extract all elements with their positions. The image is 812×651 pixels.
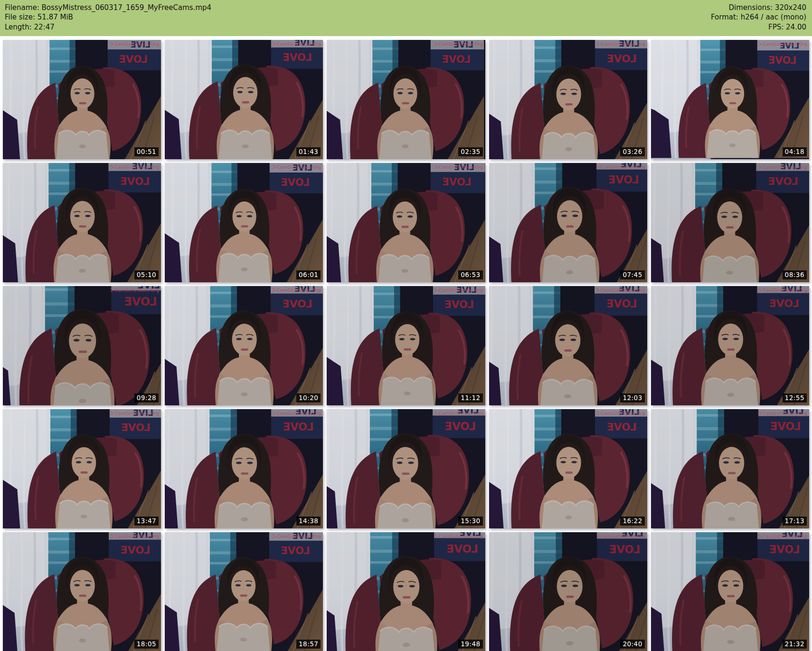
- timestamp-badge: 18:05: [134, 640, 159, 649]
- watermark-text: Ɔ-CamGirlVideos.Org: [758, 411, 807, 416]
- thumbnail-scene: LIVE LOVE: [165, 532, 323, 651]
- exposure-overlay: [327, 163, 485, 282]
- format-label: Format:: [711, 13, 738, 21]
- timestamp-badge: 00:51: [134, 147, 159, 156]
- filename-line: Filename: BossyMistress_060317_1659_MyFr…: [5, 3, 211, 12]
- video-thumbnail: LIVE LOVE: [3, 40, 161, 159]
- timestamp-badge: 14:38: [296, 517, 321, 526]
- exposure-overlay: [327, 40, 485, 159]
- timestamp-badge: 17:13: [783, 517, 807, 526]
- thumbnail-scene: LIVE LOVE: [327, 163, 485, 282]
- timestamp-badge: 05:10: [134, 270, 159, 279]
- dimensions-line: Dimensions: 320x240: [711, 3, 806, 12]
- watermark-text: Ɔ-CamGirlVideos.Org: [596, 411, 645, 416]
- timestamp-badge: 02:35: [458, 147, 482, 156]
- video-thumbnail: LIVE LOVE: [3, 532, 161, 651]
- video-thumbnail: LIVE LOVE: [327, 409, 485, 528]
- timestamp-badge: 19:48: [458, 640, 482, 649]
- thumbnail-scene: LIVE LOVE: [651, 532, 809, 651]
- watermark-text: Ɔ-CamGirlVideos.Org: [758, 287, 807, 293]
- watermark-text: Ɔ-CamGirlVideos.Org: [272, 534, 321, 539]
- thumbnail-scene: LIVE LOVE: [327, 409, 485, 528]
- filesize-line: File size: 51.87 MiB: [5, 12, 211, 22]
- video-thumbnail: LIVE LOVE: [327, 40, 485, 159]
- video-thumbnail: LIVE LOVE: [651, 163, 809, 282]
- exposure-overlay: [165, 286, 323, 405]
- thumbnail-scene: LIVE LOVE: [3, 409, 161, 528]
- watermark-text: Ɔ-CamGirlVideos.Org: [758, 41, 807, 47]
- exposure-overlay: [651, 286, 809, 405]
- thumbnail-scene: LIVE LOVE: [489, 286, 647, 405]
- timestamp-badge: 13:47: [134, 517, 159, 526]
- watermark-text: Ɔ-CamGirlVideos.Org: [110, 287, 159, 293]
- exposure-overlay: [651, 40, 809, 159]
- video-thumbnail: LIVE LOVE: [651, 40, 809, 159]
- exposure-overlay: [327, 286, 485, 405]
- video-thumbnail: LIVE LOVE: [165, 286, 323, 405]
- exposure-overlay: [489, 532, 647, 651]
- exposure-overlay: [489, 163, 647, 282]
- video-thumbnail: LIVE LOVE: [327, 286, 485, 405]
- timestamp-badge: 18:57: [296, 640, 321, 649]
- timestamp-badge: 16:22: [620, 517, 644, 526]
- timestamp-badge: 15:30: [458, 517, 482, 526]
- video-thumbnail: LIVE LOVE: [489, 409, 647, 528]
- watermark-text: Ɔ-CamGirlVideos.Org: [272, 41, 321, 47]
- exposure-overlay: [165, 409, 323, 528]
- thumbnail-scene: LIVE LOVE: [165, 286, 323, 405]
- watermark-text: Ɔ-CamGirlVideos.Org: [434, 41, 483, 47]
- timestamp-badge: 06:53: [458, 270, 482, 279]
- thumbnail-scene: LIVE LOVE: [3, 532, 161, 651]
- thumbnail-scene: LIVE LOVE: [327, 40, 485, 159]
- video-thumbnail: LIVE LOVE: [327, 532, 485, 651]
- timestamp-badge: 12:55: [783, 393, 807, 402]
- filename-value: BossyMistress_060317_1659_MyFreeCams.mp4: [41, 3, 211, 12]
- file-info-right: Dimensions: 320x240 Format: h264 / aac (…: [711, 3, 806, 32]
- timestamp-badge: 04:18: [783, 147, 807, 156]
- format-value: h264 / aac (mono): [741, 13, 806, 21]
- timestamp-badge: 10:20: [296, 393, 321, 402]
- exposure-overlay: [651, 532, 809, 651]
- watermark-text: Ɔ-CamGirlVideos.Org: [110, 411, 159, 416]
- thumbnail-scene: LIVE LOVE: [327, 532, 485, 651]
- exposure-overlay: [489, 409, 647, 528]
- watermark-text: Ɔ-CamGirlVideos.Org: [110, 164, 159, 170]
- exposure-overlay: [3, 40, 161, 159]
- thumbnail-scene: LIVE LOVE: [651, 409, 809, 528]
- video-thumbnail: LIVE LOVE: [165, 40, 323, 159]
- watermark-text: Ɔ-CamGirlVideos.Org: [596, 534, 645, 539]
- file-info-left: Filename: BossyMistress_060317_1659_MyFr…: [5, 3, 211, 32]
- video-thumbnail: LIVE LOVE: [3, 163, 161, 282]
- watermark-text: Ɔ-CamGirlVideos.Org: [434, 534, 483, 539]
- thumbnail-scene: LIVE LOVE: [3, 163, 161, 282]
- video-thumbnail: LIVE LOVE: [327, 163, 485, 282]
- format-line: Format: h264 / aac (mono): [711, 12, 806, 22]
- length-label: Length:: [5, 23, 32, 31]
- watermark-text: Ɔ-CamGirlVideos.Org: [596, 41, 645, 47]
- video-thumbnail: LIVE LOVE: [651, 286, 809, 405]
- timestamp-badge: 08:36: [783, 270, 807, 279]
- thumbnail-scene: LIVE LOVE: [165, 163, 323, 282]
- video-thumbnail: LIVE LOVE: [651, 409, 809, 528]
- fps-value: 24.00: [786, 23, 806, 31]
- fps-label: FPS:: [768, 23, 784, 31]
- watermark-text: Ɔ-CamGirlVideos.Org: [596, 287, 645, 293]
- exposure-overlay: [3, 409, 161, 528]
- thumbnail-scene: LIVE LOVE: [3, 286, 161, 405]
- thumbnail-scene: LIVE LOVE: [651, 40, 809, 159]
- watermark-text: Ɔ-CamGirlVideos.Org: [758, 164, 807, 170]
- video-thumbnail: LIVE LOVE: [165, 163, 323, 282]
- exposure-overlay: [651, 409, 809, 528]
- exposure-overlay: [3, 532, 161, 651]
- thumbnail-scene: LIVE LOVE: [489, 532, 647, 651]
- video-thumbnail: LIVE LOVE: [165, 532, 323, 651]
- watermark-text: Ɔ-CamGirlVideos.Org: [272, 287, 321, 293]
- exposure-overlay: [3, 286, 161, 405]
- thumbnail-scene: LIVE LOVE: [327, 286, 485, 405]
- watermark-text: Ɔ-CamGirlVideos.Org: [434, 411, 483, 416]
- timestamp-badge: 01:43: [296, 147, 321, 156]
- timestamp-badge: 12:03: [620, 393, 644, 402]
- thumbnail-grid: LIVE LOVE: [0, 36, 812, 651]
- timestamp-badge: 20:40: [620, 640, 644, 649]
- exposure-overlay: [3, 163, 161, 282]
